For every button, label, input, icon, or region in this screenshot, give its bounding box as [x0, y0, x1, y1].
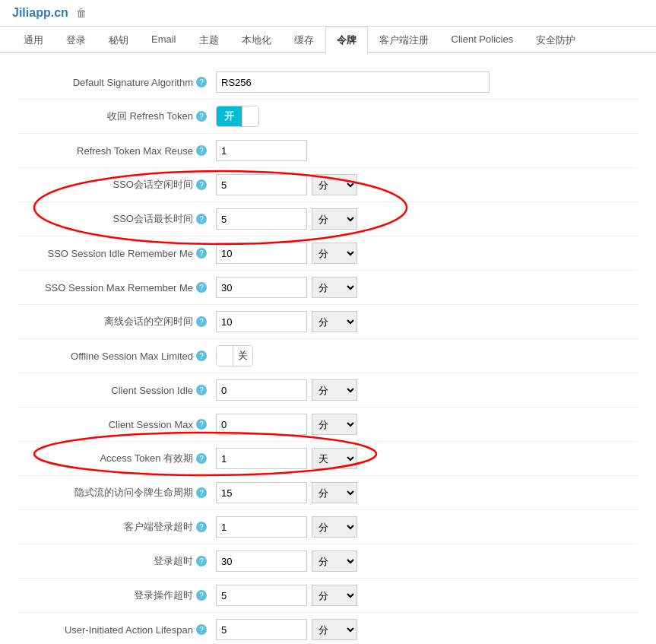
- label-implicit-access-token: 隐式流的访问令牌生命周期 ?: [18, 486, 216, 500]
- row-implicit-access-token: 隐式流的访问令牌生命周期 ? 分小时天: [18, 476, 638, 510]
- info-icon-client-max[interactable]: ?: [196, 419, 207, 430]
- input-client-max[interactable]: [216, 414, 307, 435]
- tab-zhuti[interactable]: 主题: [188, 27, 230, 53]
- info-icon-login-timeout[interactable]: ?: [196, 556, 207, 566]
- input-login-timeout[interactable]: [216, 550, 307, 572]
- label-access-token-lifespan: Access Token 有效期 ?: [18, 452, 216, 465]
- info-icon-user-initiated[interactable]: ?: [196, 624, 207, 635]
- info-icon-refresh-max-reuse[interactable]: ?: [196, 145, 207, 156]
- select-login-timeout[interactable]: 分小时天: [312, 550, 357, 572]
- label-sso-session-max: SSO会话最长时间 ?: [18, 212, 216, 226]
- tab-tongyong[interactable]: 通用: [12, 27, 55, 53]
- select-login-action-timeout[interactable]: 分小时天: [312, 585, 357, 606]
- select-client-max[interactable]: 分小时天: [312, 414, 357, 435]
- info-icon-sso-max-remember[interactable]: ?: [196, 282, 207, 293]
- controls-access-token: 天分小时: [216, 448, 357, 469]
- controls-client-idle: 分小时天: [216, 379, 357, 401]
- label-offline-max-limited: Offline Session Max Limited ?: [18, 351, 216, 362]
- select-sso-idle-remember[interactable]: 分小时天: [312, 243, 357, 264]
- input-sso-max-remember[interactable]: [216, 277, 307, 298]
- nav-tabs: 通用 登录 秘钥 Email 主题 本地化 缓存 令牌 客户端注册 Client…: [0, 27, 656, 53]
- controls-client-login-timeout: 分小时天: [216, 516, 357, 538]
- controls-login-action-timeout: 分小时天: [216, 585, 357, 606]
- row-login-timeout: 登录超时 ? 分小时天: [18, 544, 638, 579]
- input-sso-idle[interactable]: [216, 174, 307, 195]
- label-default-signature-algorithm: Default Signature Algorithm ?: [18, 77, 216, 88]
- content-area: Default Signature Algorithm ? 收回 Refresh…: [0, 53, 656, 644]
- row-access-token-lifespan: Access Token 有效期 ? 天分小时: [18, 442, 638, 476]
- info-icon-client-login-timeout[interactable]: ?: [196, 522, 207, 532]
- info-icon-sso-idle[interactable]: ?: [196, 179, 207, 190]
- toggle2-on-indicator: [217, 345, 233, 366]
- controls-user-initiated: 分小时天: [216, 619, 357, 640]
- input-default-sig[interactable]: [216, 71, 490, 93]
- info-icon-access-token[interactable]: ?: [196, 453, 207, 464]
- info-icon-revoke-refresh[interactable]: ?: [196, 111, 207, 122]
- tab-denglu[interactable]: 登录: [55, 27, 97, 53]
- delete-icon[interactable]: 🗑: [76, 7, 87, 19]
- info-icon-implicit-access[interactable]: ?: [196, 487, 207, 498]
- info-icon-default-sig[interactable]: ?: [196, 77, 207, 87]
- toggle-on-label: 开: [217, 106, 242, 126]
- input-refresh-max-reuse[interactable]: [216, 140, 307, 161]
- row-default-signature-algorithm: Default Signature Algorithm ?: [18, 65, 638, 100]
- controls-sso-idle: 分小时天: [216, 174, 357, 195]
- label-client-login-timeout: 客户端登录超时 ?: [18, 520, 216, 534]
- tab-kehuduanzhuche[interactable]: 客户端注册: [368, 27, 440, 53]
- toggle-offline-max-limited[interactable]: 关: [216, 345, 253, 366]
- info-icon-client-idle[interactable]: ?: [196, 385, 207, 395]
- controls-default-sig: [216, 71, 490, 93]
- controls-client-max: 分小时天: [216, 414, 357, 435]
- controls-sso-max-remember: 分小时天: [216, 277, 357, 298]
- tab-lingpai[interactable]: 令牌: [325, 27, 368, 53]
- row-client-session-idle: Client Session Idle ? 分小时天: [18, 373, 638, 408]
- tab-client-policies[interactable]: Client Policies: [440, 27, 525, 53]
- info-icon-offline-max-limited[interactable]: ?: [196, 351, 207, 361]
- label-client-session-idle: Client Session Idle ?: [18, 385, 216, 396]
- select-sso-max[interactable]: 分小时天: [312, 208, 357, 230]
- label-offline-idle: 离线会话的空闲时间 ?: [18, 315, 216, 328]
- input-access-token[interactable]: [216, 448, 307, 469]
- select-user-initiated[interactable]: 分小时天: [312, 619, 357, 640]
- page-title: Jiliapp.cn: [12, 6, 68, 20]
- input-client-idle[interactable]: [216, 379, 307, 401]
- info-icon-sso-max[interactable]: ?: [196, 214, 207, 224]
- info-icon-sso-idle-remember[interactable]: ?: [196, 248, 207, 259]
- row-sso-max-remember-me: SSO Session Max Remember Me ? 分小时天: [18, 271, 638, 305]
- controls-refresh-max-reuse: [216, 140, 307, 161]
- select-access-token[interactable]: 天分小时: [312, 448, 357, 469]
- select-client-idle[interactable]: 分小时天: [312, 379, 357, 401]
- label-refresh-token-max-reuse: Refresh Token Max Reuse ?: [18, 145, 216, 157]
- tab-email[interactable]: Email: [140, 27, 188, 53]
- label-sso-max-remember-me: SSO Session Max Remember Me ?: [18, 282, 216, 293]
- controls-offline-max-limited: 关: [216, 345, 253, 366]
- label-revoke-refresh-token: 收回 Refresh Token ?: [18, 109, 216, 123]
- input-sso-idle-remember[interactable]: [216, 243, 307, 264]
- input-client-login-timeout[interactable]: [216, 516, 307, 538]
- tab-bendihua[interactable]: 本地化: [230, 27, 283, 53]
- controls-offline-idle: 分小时天: [216, 311, 357, 332]
- tab-miyao[interactable]: 秘钥: [97, 27, 140, 53]
- label-login-timeout: 登录超时 ?: [18, 554, 216, 568]
- select-implicit-access[interactable]: 分小时天: [312, 482, 357, 503]
- controls-implicit-access: 分小时天: [216, 482, 357, 503]
- info-icon-login-action-timeout[interactable]: ?: [196, 590, 207, 601]
- input-user-initiated[interactable]: [216, 619, 307, 640]
- select-sso-idle[interactable]: 分小时天: [312, 174, 357, 195]
- tab-anquan[interactable]: 安全防护: [524, 27, 587, 53]
- select-offline-idle[interactable]: 分小时天: [312, 311, 357, 332]
- page-header: Jiliapp.cn 🗑: [0, 0, 656, 27]
- input-sso-max[interactable]: [216, 208, 307, 230]
- info-icon-offline-idle[interactable]: ?: [196, 316, 207, 327]
- select-sso-max-remember[interactable]: 分小时天: [312, 277, 357, 298]
- input-implicit-access[interactable]: [216, 482, 307, 503]
- toggle-off-indicator: [242, 106, 258, 127]
- row-offline-max-limited: Offline Session Max Limited ? 关: [18, 339, 638, 373]
- row-user-initiated-action-lifespan: User-Initiated Action Lifespan ? 分小时天: [18, 613, 638, 644]
- input-login-action-timeout[interactable]: [216, 585, 307, 606]
- select-client-login-timeout[interactable]: 分小时天: [312, 516, 357, 538]
- tab-huancun[interactable]: 缓存: [283, 27, 325, 53]
- label-client-session-max: Client Session Max ?: [18, 419, 216, 430]
- input-offline-idle[interactable]: [216, 311, 307, 332]
- toggle-revoke-refresh[interactable]: 开: [216, 106, 259, 127]
